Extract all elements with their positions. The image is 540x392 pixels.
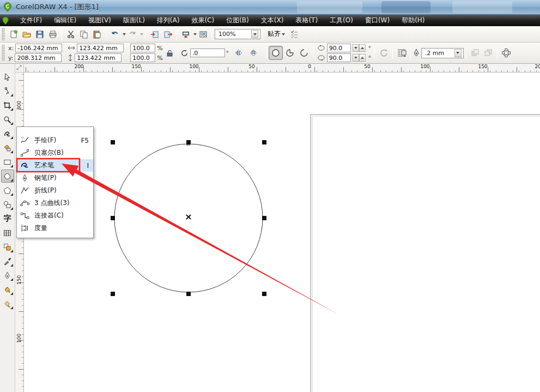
object-width-field[interactable] bbox=[77, 44, 124, 52]
basic-shapes-tool[interactable] bbox=[1, 198, 14, 211]
horizontal-ruler[interactable]: 200 150 100 50 0 50 100 150 200 bbox=[24, 64, 540, 73]
rotation-angle-field[interactable] bbox=[190, 49, 225, 57]
object-height-field[interactable] bbox=[75, 53, 122, 62]
selection-handle-bottom-right[interactable] bbox=[262, 292, 266, 296]
selection-handle-top-right[interactable] bbox=[262, 140, 266, 144]
print-button[interactable] bbox=[46, 28, 59, 41]
flyout-item-freehand[interactable]: 手绘(F) F5 bbox=[17, 134, 93, 147]
menu-effects[interactable]: 效果(C) bbox=[185, 15, 220, 26]
snap-to-dropdown[interactable]: 贴齐 bbox=[265, 28, 287, 40]
arc-end-angle-field[interactable] bbox=[327, 53, 351, 62]
undo-button[interactable] bbox=[108, 28, 122, 41]
wrap-paragraph-text-button[interactable] bbox=[395, 46, 408, 59]
polygon-tool-icon bbox=[3, 186, 11, 195]
pie-mode-button[interactable] bbox=[283, 46, 297, 60]
ruler-origin[interactable] bbox=[15, 64, 24, 73]
selection-handle-top-center[interactable] bbox=[186, 140, 191, 144]
menu-text[interactable]: 文本(X) bbox=[255, 15, 290, 26]
outline-width-arrow[interactable] bbox=[454, 49, 462, 57]
drawing-canvas[interactable] bbox=[24, 73, 540, 392]
x-position-field[interactable] bbox=[15, 44, 62, 52]
menu-layout[interactable]: 版面(L) bbox=[117, 15, 151, 26]
outline-pen-tool[interactable] bbox=[1, 269, 14, 282]
outline-width-combo[interactable]: .2 mm bbox=[421, 48, 464, 58]
cut-button[interactable] bbox=[64, 28, 77, 41]
menu-edit[interactable]: 编辑(E) bbox=[48, 15, 82, 26]
pick-tool[interactable] bbox=[1, 70, 14, 83]
smart-fill-tool[interactable] bbox=[1, 141, 14, 154]
mirror-vertical-button[interactable] bbox=[247, 47, 259, 59]
redo-button[interactable] bbox=[126, 28, 139, 41]
copy-button[interactable] bbox=[77, 28, 90, 41]
zoom-tool[interactable] bbox=[1, 113, 14, 126]
arc-start-up-button[interactable] bbox=[359, 44, 366, 52]
arc-mode-button[interactable] bbox=[297, 46, 311, 60]
toolbar-grip[interactable] bbox=[2, 28, 5, 40]
menu-bitmaps[interactable]: 位图(B) bbox=[220, 15, 255, 26]
document-menu-icon[interactable] bbox=[1, 16, 10, 25]
selected-ellipse[interactable] bbox=[114, 144, 263, 292]
export-button[interactable] bbox=[161, 28, 174, 41]
zoom-levels-combo[interactable]: 100% bbox=[215, 29, 260, 39]
flyout-item-3-point-curve[interactable]: 3 点曲线(3) bbox=[17, 197, 93, 209]
rotation-center-mark[interactable] bbox=[186, 215, 191, 219]
selection-handle-middle-right[interactable] bbox=[262, 216, 266, 220]
menu-view[interactable]: 视图(V) bbox=[82, 15, 117, 26]
selection-handle-top-left[interactable] bbox=[111, 140, 115, 144]
menu-file[interactable]: 文件(F) bbox=[14, 15, 48, 26]
scale-v-field[interactable] bbox=[130, 53, 155, 62]
selection-handle-bottom-center[interactable] bbox=[186, 292, 191, 296]
change-direction-button[interactable] bbox=[377, 46, 390, 59]
mirror-horizontal-button[interactable] bbox=[233, 47, 245, 59]
eyedropper-tool[interactable] bbox=[1, 255, 14, 268]
ellipse-mode-button[interactable] bbox=[269, 46, 283, 60]
new-document-button[interactable] bbox=[7, 28, 20, 41]
fill-tool[interactable] bbox=[1, 283, 14, 296]
to-front-button[interactable] bbox=[469, 46, 482, 59]
text-tool[interactable]: 字 bbox=[1, 212, 14, 225]
arc-start-down-button[interactable] bbox=[353, 44, 359, 52]
menu-tools[interactable]: 工具(O) bbox=[324, 15, 359, 26]
rectangle-tool[interactable] bbox=[1, 155, 14, 168]
save-button[interactable] bbox=[33, 28, 46, 41]
ellipse-tool[interactable] bbox=[1, 170, 14, 183]
flyout-item-connector[interactable]: 连接器(C) bbox=[17, 209, 93, 222]
y-position-field[interactable] bbox=[15, 53, 62, 62]
alignment-options-button[interactable] bbox=[287, 28, 300, 41]
curve-tool[interactable] bbox=[1, 127, 14, 140]
welcome-screen-button[interactable] bbox=[197, 28, 210, 41]
menu-arrange[interactable]: 排列(A) bbox=[151, 15, 186, 26]
interactive-fill-tool[interactable] bbox=[1, 297, 14, 310]
flyout-item-polyline[interactable]: 折线(P) bbox=[17, 184, 93, 197]
polygon-tool[interactable] bbox=[1, 184, 14, 197]
arc-start-angle-field[interactable] bbox=[327, 44, 351, 52]
flyout-item-artistic-media[interactable]: 艺术笔 I bbox=[17, 159, 93, 172]
application-launcher-button[interactable] bbox=[179, 28, 192, 41]
propbar-grip[interactable] bbox=[2, 45, 5, 61]
crop-tool[interactable] bbox=[1, 99, 14, 112]
import-button[interactable] bbox=[148, 28, 161, 41]
scale-lock-icon[interactable] bbox=[166, 49, 173, 57]
quick-customize-button[interactable] bbox=[500, 46, 513, 59]
flyout-item-dimension[interactable]: 度量 bbox=[17, 222, 93, 234]
scale-h-field[interactable] bbox=[130, 44, 155, 52]
menu-table[interactable]: 表格(T) bbox=[289, 15, 324, 26]
arc-end-up-button[interactable] bbox=[359, 54, 366, 62]
arc-end-down-button[interactable] bbox=[353, 54, 359, 62]
open-button[interactable] bbox=[20, 28, 33, 41]
shape-tool[interactable] bbox=[1, 85, 14, 98]
flyout-item-bezier[interactable]: 贝塞尔(B) bbox=[17, 147, 93, 159]
zoom-combo-arrow[interactable] bbox=[251, 30, 258, 38]
table-tool[interactable] bbox=[1, 226, 14, 239]
flyout-item-pen[interactable]: 钢笔(P) bbox=[17, 172, 93, 184]
selection-handle-middle-left[interactable] bbox=[111, 216, 115, 220]
paste-button[interactable] bbox=[90, 28, 104, 41]
redo-dropdown[interactable] bbox=[140, 33, 143, 35]
to-back-button[interactable] bbox=[482, 46, 495, 59]
propbar-separator bbox=[466, 47, 466, 59]
selection-handle-bottom-left[interactable] bbox=[111, 292, 115, 296]
menu-window[interactable]: 窗口(W) bbox=[359, 15, 396, 26]
interactive-blend-tool[interactable] bbox=[1, 240, 14, 254]
menu-help[interactable]: 帮助(H) bbox=[396, 15, 430, 26]
snap-dropdown-arrow bbox=[282, 33, 285, 35]
